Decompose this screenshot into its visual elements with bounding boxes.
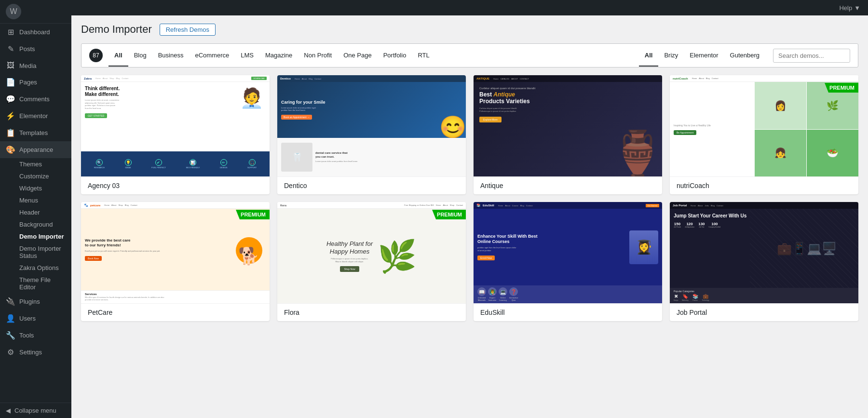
templates-icon: 📋: [6, 128, 15, 137]
demo-card-jobportal[interactable]: Job Portal Home About Jobs Blog Contact: [670, 202, 858, 321]
posts-icon: ✎: [6, 44, 15, 54]
filter-tab-all[interactable]: All: [108, 45, 128, 67]
plugins-label: Plugins: [19, 298, 40, 305]
media-icon: 🖼: [6, 61, 15, 70]
posts-label: Posts: [19, 45, 35, 53]
builder-tab-all[interactable]: All: [639, 45, 659, 67]
users-label: Users: [19, 315, 36, 322]
help-button[interactable]: Help ▼: [839, 4, 860, 12]
builder-tab-gutenberg[interactable]: Gutenberg: [724, 45, 765, 67]
demo-name-dentico: Dentico: [277, 176, 466, 194]
sidebar: W ⊞ Dashboard ✎ Posts 🖼 Media 📄 Pages 💬 …: [0, 0, 71, 418]
appearance-submenu: Themes Customize Widgets Menus Header Ba…: [0, 158, 71, 293]
filter-tab-lms[interactable]: LMS: [235, 45, 259, 67]
appearance-label: Appearance: [19, 146, 53, 153]
settings-icon: ⚙: [6, 348, 15, 357]
pages-label: Pages: [19, 79, 37, 86]
pages-icon: 📄: [6, 78, 15, 87]
filter-tab-ecommerce[interactable]: eCommerce: [189, 45, 235, 67]
premium-badge-flora: PREMIUM: [432, 210, 466, 219]
plugins-icon: 🔌: [6, 297, 15, 306]
demo-name-antique: Antique: [474, 176, 662, 194]
dashboard-label: Dashboard: [19, 28, 50, 36]
demo-thumb-jobportal: Job Portal Home About Jobs Blog Contact: [670, 202, 858, 303]
builder-tab-brizy[interactable]: Brizy: [658, 45, 684, 67]
sidebar-item-posts[interactable]: ✎ Posts: [0, 40, 71, 57]
tools-label: Tools: [19, 332, 34, 339]
demo-card-eduskill[interactable]: 📚 EduSkill Home About Course Blog Contac…: [474, 202, 662, 321]
sidebar-item-header[interactable]: Header: [6, 206, 71, 218]
sidebar-item-customize[interactable]: Customize: [6, 170, 71, 182]
collapse-icon: ◀: [6, 407, 11, 414]
help-chevron-icon: ▼: [854, 4, 860, 12]
sidebar-item-templates[interactable]: 📋 Templates: [0, 124, 71, 141]
demo-thumb-nutricoach: PREMIUM nutriCoach Home About Blog Conta…: [670, 75, 858, 176]
demo-card-dentico[interactable]: PREMIUM Dentico Home About Blog Contact …: [277, 75, 466, 194]
elementor-label: Elementor: [19, 112, 48, 120]
filter-tab-onepage[interactable]: One Page: [338, 45, 378, 67]
settings-label: Settings: [19, 349, 42, 356]
demo-name-nutricoach: nutriCoach: [670, 176, 858, 194]
demo-name-eduskill: EduSkill: [474, 303, 662, 321]
filter-right: All Brizy Elementor Gutenberg: [639, 45, 850, 67]
sidebar-item-media[interactable]: 🖼 Media: [0, 57, 71, 74]
sidebar-item-demo-importer[interactable]: Demo Importer: [6, 230, 71, 243]
sidebar-item-themes[interactable]: Themes: [6, 158, 71, 170]
comments-label: Comments: [19, 95, 50, 103]
content-area: Demo Importer Refresh Demos 87 All Blog …: [71, 15, 868, 418]
filter-tab-nonprofit[interactable]: Non Profit: [298, 45, 338, 67]
demo-thumb-eduskill: 📚 EduSkill Home About Course Blog Contac…: [474, 202, 662, 303]
premium-badge-nutricoach: PREMIUM: [825, 83, 858, 93]
filter-tab-business[interactable]: Business: [152, 45, 190, 67]
demo-name-flora: Flora: [277, 303, 466, 321]
filter-tab-portfolio[interactable]: Portfolio: [378, 45, 412, 67]
filter-tab-blog[interactable]: Blog: [128, 45, 152, 67]
demo-name-agency03: Agency 03: [81, 176, 270, 194]
users-icon: 👤: [6, 314, 15, 323]
sidebar-item-elementor[interactable]: ⚡ Elementor: [0, 108, 71, 124]
main-area: Help ▼ Demo Importer Refresh Demos 87 Al…: [71, 0, 868, 418]
collapse-label: Collapse menu: [14, 407, 56, 414]
sidebar-item-settings[interactable]: ⚙ Settings: [0, 344, 71, 361]
sidebar-item-widgets[interactable]: Widgets: [6, 182, 71, 194]
demo-card-petcare[interactable]: PREMIUM 🐾 petcare Home About Shop Blog C…: [81, 202, 270, 321]
filter-tab-rtl[interactable]: RTL: [412, 45, 435, 67]
tools-icon: 🔧: [6, 331, 15, 340]
demo-name-petcare: PetCare: [81, 303, 270, 321]
sidebar-item-appearance[interactable]: 🎨 Appearance: [0, 141, 71, 158]
dashboard-icon: ⊞: [6, 27, 15, 37]
demo-thumb-dentico: PREMIUM Dentico Home About Blog Contact …: [277, 75, 466, 176]
sidebar-item-demo-importer-status[interactable]: Demo Importer Status: [6, 243, 71, 262]
refresh-demos-button[interactable]: Refresh Demos: [160, 24, 216, 36]
help-label: Help: [839, 4, 852, 12]
sidebar-item-users[interactable]: 👤 Users: [0, 310, 71, 327]
sidebar-item-dashboard[interactable]: ⊞ Dashboard: [0, 24, 71, 40]
collapse-menu[interactable]: ◀ Collapse menu: [0, 403, 71, 418]
builder-tab-elementor[interactable]: Elementor: [684, 45, 724, 67]
sidebar-item-plugins[interactable]: 🔌 Plugins: [0, 293, 71, 310]
category-filter-tabs: 87 All Blog Business eCommerce LMS Magaz…: [89, 44, 435, 67]
demo-card-antique[interactable]: PREMIUM ANTIQUE Home CATALOG ABOUT CONTA…: [474, 75, 662, 194]
demo-card-agency03[interactable]: Zakra Home About Shop Blog Contact DOWNL…: [81, 75, 270, 194]
media-label: Media: [19, 62, 36, 69]
demo-card-flora[interactable]: PREMIUM flora Free Shipping on Orders Ov…: [277, 202, 466, 321]
demo-thumb-agency03: Zakra Home About Shop Blog Contact DOWNL…: [81, 75, 270, 176]
sidebar-item-menus[interactable]: Menus: [6, 194, 71, 206]
jump-start-text: Jump Start Your Career With Us: [674, 213, 854, 219]
sidebar-item-zakra-options[interactable]: Zakra Options: [6, 262, 71, 274]
comments-icon: 💬: [6, 94, 15, 104]
demo-card-nutricoach[interactable]: PREMIUM nutriCoach Home About Blog Conta…: [670, 75, 858, 194]
filter-tab-magazine[interactable]: Magazine: [259, 45, 298, 67]
sidebar-item-theme-file-editor[interactable]: Theme File Editor: [6, 274, 71, 293]
sidebar-logo: W: [0, 0, 71, 24]
builder-filter-tabs: All Brizy Elementor Gutenberg: [639, 45, 765, 67]
page-header: Demo Importer Refresh Demos: [81, 23, 858, 36]
sidebar-item-background[interactable]: Background: [6, 218, 71, 230]
sidebar-item-comments[interactable]: 💬 Comments: [0, 91, 71, 108]
elementor-icon: ⚡: [6, 111, 15, 121]
topbar: Help ▼: [71, 0, 868, 15]
demo-grid: Zakra Home About Shop Blog Contact DOWNL…: [81, 75, 858, 321]
sidebar-item-tools[interactable]: 🔧 Tools: [0, 327, 71, 344]
sidebar-item-pages[interactable]: 📄 Pages: [0, 74, 71, 91]
search-input[interactable]: [773, 49, 850, 63]
